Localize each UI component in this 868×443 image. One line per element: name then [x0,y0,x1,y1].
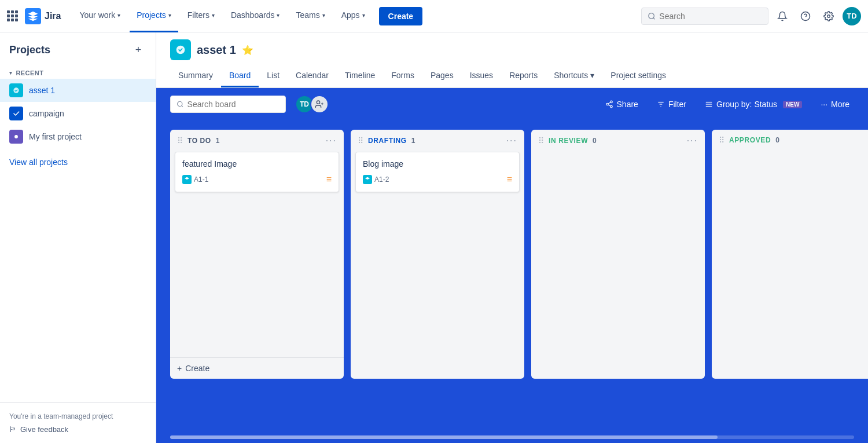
notifications-button[interactable] [773,7,792,25]
nav-filters[interactable]: Filters ▾ [181,0,222,32]
create-issue-button[interactable]: + Create [170,357,344,379]
scroll-thumb[interactable] [170,435,718,439]
sidebar-title: Projects [9,44,50,56]
board-search-input[interactable] [187,100,279,109]
sidebar-header: Projects + [0,32,156,63]
chevron-down-icon: ▾ [117,12,120,19]
drag-handle-icon[interactable]: ⠿ [719,136,724,145]
card-id: A1-1 [182,175,208,184]
column-todo: ⠿ TO DO 1 ··· featured Image [170,130,344,379]
nav-right: TD [641,7,861,25]
team-managed-text: You're in a team-managed project [9,412,146,420]
nav-your-work[interactable]: Your work ▾ [72,0,127,32]
tab-pages[interactable]: Pages [422,65,462,87]
sidebar-item-myfirstproject[interactable]: My first project [0,125,156,148]
user-avatar[interactable]: TD [843,7,861,25]
svg-point-12 [606,103,608,105]
column-inreview-count: 0 [593,137,597,145]
content-area: asset 1 ⭐ Summary Board List Calendar Ti… [156,32,868,443]
nav-apps[interactable]: Apps ▾ [334,0,372,32]
tab-project-settings[interactable]: Project settings [602,65,674,87]
svg-point-3 [827,14,830,17]
nav-projects[interactable]: Projects ▾ [130,0,178,32]
give-feedback-button[interactable]: 🏳 Give feedback [9,425,68,434]
group-by-button[interactable]: Group by: Status NEW [700,97,807,111]
tab-issues[interactable]: Issues [462,65,501,87]
add-avatar-button[interactable] [310,95,329,114]
flag-icon: 🏳 [9,425,17,434]
drag-handle-icon[interactable]: ⠿ [358,136,363,145]
svg-point-7 [178,101,182,106]
tab-shortcuts[interactable]: Shortcuts ▾ [546,65,602,87]
asset-icon [182,175,192,184]
column-todo-body: featured Image A1-1 ≡ [170,152,344,357]
help-button[interactable] [796,7,815,25]
add-project-button[interactable]: + [130,42,146,58]
filter-button[interactable]: Filter [652,97,691,111]
board-search-box[interactable] [170,96,286,113]
tab-forms[interactable]: Forms [383,65,422,87]
settings-button[interactable] [819,7,838,25]
jira-logo[interactable]: Jira [25,8,61,24]
card-blog-image[interactable]: Blog image A1-2 ≡ [355,152,520,192]
drag-handle-icon[interactable]: ⠿ [177,136,183,145]
tab-reports[interactable]: Reports [501,65,546,87]
card-footer: A1-2 ≡ [363,174,512,185]
question-icon [800,11,811,21]
column-menu-button[interactable]: ··· [687,136,698,146]
board-avatars: TD [295,95,329,114]
priority-icon: ≡ [507,174,512,185]
recent-section-label[interactable]: ▾ RECENT [0,67,156,79]
svg-point-0 [649,13,654,19]
column-menu-button[interactable]: ··· [326,136,337,146]
project-icon-myfirstproject [9,130,23,144]
board-toolbar: TD Share Filter Group by: Status NEW [156,88,868,120]
tab-board[interactable]: Board [221,65,259,87]
svg-point-13 [610,105,612,108]
sidebar-item-campaign[interactable]: campaign [0,102,156,125]
project-title-row: asset 1 ⭐ [170,39,854,60]
horizontal-scrollbar[interactable] [156,431,868,443]
search-input[interactable] [659,12,762,21]
project-name: asset 1 [197,43,236,57]
tab-summary[interactable]: Summary [170,65,221,87]
tab-timeline[interactable]: Timeline [337,65,383,87]
scroll-track [170,435,854,439]
tab-calendar[interactable]: Calendar [288,65,337,87]
column-drafting-body: Blog image A1-2 ≡ [351,152,524,379]
project-logo [170,39,191,60]
share-button[interactable]: Share [601,97,643,111]
view-all-projects-link[interactable]: View all projects [0,153,156,171]
nav-teams[interactable]: Teams ▾ [289,0,332,32]
group-icon [705,100,713,108]
column-todo-header: ⠿ TO DO 1 ··· [170,130,344,152]
project-logo-icon [174,43,187,56]
app-switcher-icon[interactable] [7,10,18,21]
sidebar-item-asset1[interactable]: asset 1 [0,79,156,102]
svg-point-4 [13,87,19,93]
global-search-box[interactable] [641,8,768,25]
nav-dashboards[interactable]: Dashboards ▾ [224,0,287,32]
person-add-icon [315,100,324,109]
column-menu-button[interactable]: ··· [506,136,517,146]
svg-point-5 [14,135,18,138]
drag-handle-icon[interactable]: ⠿ [538,136,544,145]
card-id: A1-2 [363,175,389,184]
column-inreview-title: IN REVIEW [549,137,588,145]
more-button[interactable]: ··· More [816,97,854,111]
card-featured-image[interactable]: featured Image A1-1 ≡ [175,152,339,192]
card-title: Blog image [363,159,512,169]
chevron-down-icon: ▾ [277,12,279,19]
column-approved: ⠿ APPROVED 0 [712,130,868,379]
star-icon[interactable]: ⭐ [242,45,253,56]
create-button[interactable]: Create [379,7,423,25]
board-area: ⠿ TO DO 1 ··· featured Image [156,120,868,431]
ellipsis-icon: ··· [821,100,827,109]
tab-list[interactable]: List [259,65,288,87]
column-drafting: ⠿ DRAFTING 1 ··· Blog image [351,130,524,379]
project-header: asset 1 ⭐ Summary Board List Calendar Ti… [156,32,868,88]
column-drafting-count: 1 [411,137,415,145]
sidebar: Projects + ▾ RECENT asset 1 campaign [0,32,156,443]
main-layout: Projects + ▾ RECENT asset 1 campaign [0,32,868,443]
bell-icon [777,11,788,21]
